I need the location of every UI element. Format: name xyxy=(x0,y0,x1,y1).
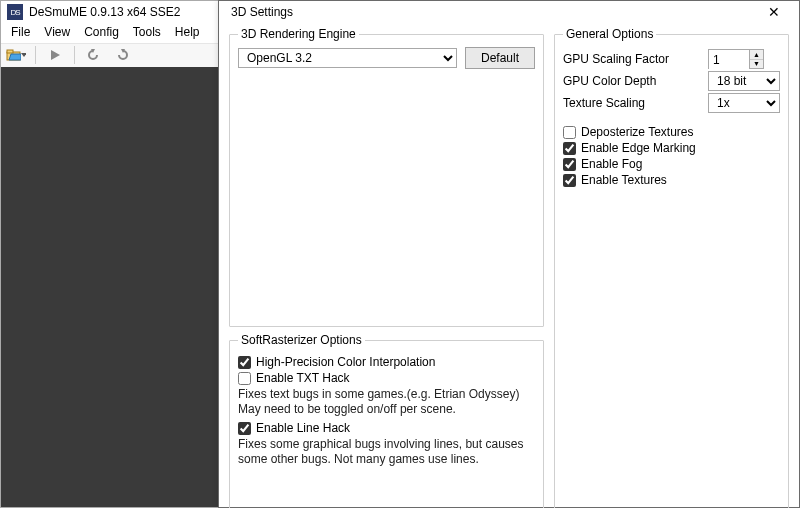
main-title: DeSmuME 0.9.13 x64 SSE2 xyxy=(29,5,180,19)
legend-soft: SoftRasterizer Options xyxy=(238,333,365,347)
toolbar-separator xyxy=(35,46,36,64)
spin-up-icon[interactable]: ▲ xyxy=(750,50,763,60)
svg-marker-2 xyxy=(9,54,21,60)
play-button[interactable] xyxy=(44,45,66,65)
rotate-left-button[interactable] xyxy=(83,45,105,65)
dialog-titlebar: 3D Settings ✕ xyxy=(219,1,799,23)
menu-config[interactable]: Config xyxy=(84,25,119,39)
svg-marker-3 xyxy=(21,53,26,57)
label-high-precision-color: High-Precision Color Interpolation xyxy=(256,355,435,369)
label-txt-hack: Enable TXT Hack xyxy=(256,371,350,385)
label-fog: Enable Fog xyxy=(581,157,642,171)
checkbox-edge-marking[interactable] xyxy=(563,142,576,155)
gpu-scaling-input[interactable] xyxy=(709,50,749,70)
dialog-title: 3D Settings xyxy=(231,5,293,19)
label-line-hack: Enable Line Hack xyxy=(256,421,350,435)
rotate-right-button[interactable] xyxy=(111,45,133,65)
svg-marker-4 xyxy=(51,50,60,60)
label-edge-marking: Enable Edge Marking xyxy=(581,141,696,155)
open-button[interactable] xyxy=(5,45,27,65)
app-icon: DS xyxy=(7,4,23,20)
group-softrasterizer: SoftRasterizer Options High-Precision Co… xyxy=(229,333,544,508)
spin-down-icon[interactable]: ▼ xyxy=(750,60,763,69)
checkbox-deposterize[interactable] xyxy=(563,126,576,139)
menu-tools[interactable]: Tools xyxy=(133,25,161,39)
note-txt-hack: Fixes text bugs in some games.(e.g. Etri… xyxy=(238,387,535,417)
engine-select[interactable]: OpenGL 3.2 xyxy=(238,48,457,68)
play-icon xyxy=(49,49,61,61)
3d-settings-dialog: 3D Settings ✕ 3D Rendering Engine OpenGL… xyxy=(218,0,800,508)
menu-file[interactable]: File xyxy=(11,25,30,39)
legend-engine: 3D Rendering Engine xyxy=(238,27,359,41)
close-icon: ✕ xyxy=(768,4,780,20)
menu-help[interactable]: Help xyxy=(175,25,200,39)
label-gpu-color-depth: GPU Color Depth xyxy=(563,74,700,88)
texture-scaling-select[interactable]: 1x xyxy=(708,93,780,113)
group-rendering-engine: 3D Rendering Engine OpenGL 3.2 Default xyxy=(229,27,544,327)
label-texture-scaling: Texture Scaling xyxy=(563,96,700,110)
svg-rect-1 xyxy=(7,50,13,53)
checkbox-high-precision-color[interactable] xyxy=(238,356,251,369)
checkbox-txt-hack[interactable] xyxy=(238,372,251,385)
note-line-hack: Fixes some graphical bugs involving line… xyxy=(238,437,535,467)
gpu-color-depth-select[interactable]: 18 bit xyxy=(708,71,780,91)
label-textures: Enable Textures xyxy=(581,173,667,187)
close-button[interactable]: ✕ xyxy=(757,1,791,23)
dropdown-arrow-icon xyxy=(21,48,26,62)
gpu-scaling-spinner[interactable]: ▲ ▼ xyxy=(708,49,764,69)
rotate-right-icon xyxy=(115,49,129,61)
legend-general: General Options xyxy=(563,27,656,41)
label-gpu-scaling: GPU Scaling Factor xyxy=(563,52,700,66)
engine-default-button[interactable]: Default xyxy=(465,47,535,69)
checkbox-textures[interactable] xyxy=(563,174,576,187)
rotate-left-icon xyxy=(87,49,101,61)
label-deposterize: Deposterize Textures xyxy=(581,125,694,139)
toolbar-separator xyxy=(74,46,75,64)
checkbox-line-hack[interactable] xyxy=(238,422,251,435)
checkbox-fog[interactable] xyxy=(563,158,576,171)
folder-open-icon xyxy=(6,48,21,62)
menu-view[interactable]: View xyxy=(44,25,70,39)
group-general-options: General Options GPU Scaling Factor ▲ ▼ xyxy=(554,27,789,508)
